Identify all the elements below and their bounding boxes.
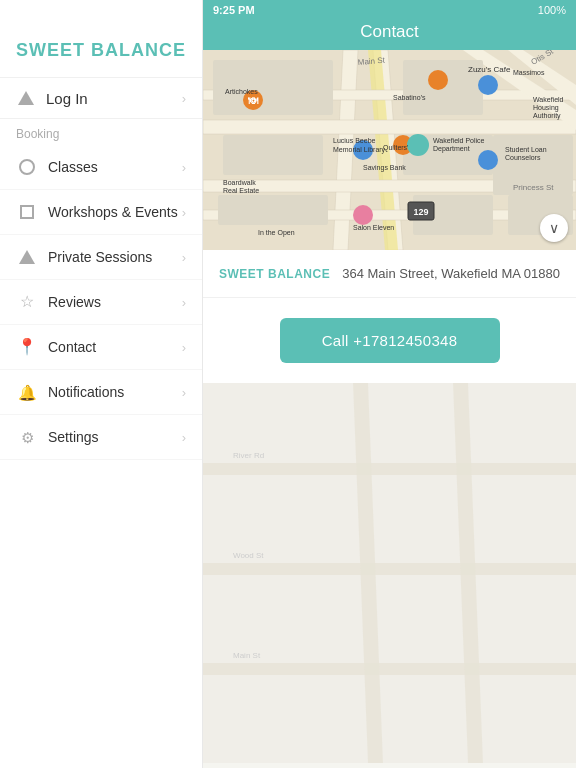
svg-text:Counselors: Counselors <box>505 154 541 161</box>
status-right: 100% <box>538 4 566 16</box>
svg-text:Main St: Main St <box>233 651 261 660</box>
classes-chevron: › <box>182 160 186 175</box>
call-button[interactable]: Call +17812450348 <box>280 318 500 363</box>
svg-rect-52 <box>203 463 576 475</box>
svg-text:Quilters': Quilters' <box>383 144 408 152</box>
svg-point-26 <box>353 205 373 225</box>
svg-text:Lucius Beebe: Lucius Beebe <box>333 137 376 144</box>
lower-map-svg: River Rd Wood St Main St <box>203 383 576 763</box>
svg-text:Artichokes: Artichokes <box>225 88 258 95</box>
private-label: Private Sessions <box>48 249 182 265</box>
chevron-down-icon: ∨ <box>549 220 559 236</box>
svg-rect-54 <box>203 663 576 675</box>
sidebar-item-contact[interactable]: 📍 Contact › <box>0 325 202 370</box>
svg-point-23 <box>478 75 498 95</box>
svg-rect-4 <box>203 120 576 134</box>
svg-text:Zuzu's Cafe: Zuzu's Cafe <box>468 65 511 74</box>
bell-icon: 🔔 <box>16 381 38 403</box>
booking-section-label: Booking <box>0 119 202 145</box>
reviews-chevron: › <box>182 295 186 310</box>
svg-text:Authority: Authority <box>533 112 561 120</box>
svg-text:Salon Eleven: Salon Eleven <box>353 224 394 231</box>
svg-point-25 <box>407 134 429 156</box>
svg-text:Massimos: Massimos <box>513 69 545 76</box>
svg-text:Savings Bank: Savings Bank <box>363 164 406 172</box>
sidebar-item-private[interactable]: Private Sessions › <box>0 235 202 280</box>
workshops-label: Workshops & Events <box>48 204 182 220</box>
star-icon: ☆ <box>16 291 38 313</box>
private-chevron: › <box>182 250 186 265</box>
sidebar-item-classes[interactable]: Classes › <box>0 145 202 190</box>
circle-icon <box>16 156 38 178</box>
login-label: Log In <box>46 90 182 107</box>
login-chevron: › <box>182 91 186 106</box>
notifications-chevron: › <box>182 385 186 400</box>
notifications-label: Notifications <box>48 384 182 400</box>
svg-text:In the Open: In the Open <box>258 229 295 237</box>
settings-label: Settings <box>48 429 182 445</box>
svg-point-24 <box>478 150 498 170</box>
svg-text:Boardwalk: Boardwalk <box>223 179 256 186</box>
settings-chevron: › <box>182 430 186 445</box>
login-icon <box>16 88 36 108</box>
reviews-label: Reviews <box>48 294 182 310</box>
contact-address: 364 Main Street, Wakefield MA 01880 <box>342 266 560 281</box>
svg-text:Real Estate: Real Estate <box>223 187 259 194</box>
contact-label: Contact <box>48 339 182 355</box>
sidebar-item-reviews[interactable]: ☆ Reviews › <box>0 280 202 325</box>
gear-icon: ⚙ <box>16 426 38 448</box>
svg-rect-53 <box>203 563 576 575</box>
svg-text:Sabatino's: Sabatino's <box>393 94 426 101</box>
svg-text:Princess St: Princess St <box>513 183 554 192</box>
svg-rect-11 <box>223 135 323 175</box>
sidebar-item-workshops[interactable]: Workshops & Events › <box>0 190 202 235</box>
sidebar-brand: SWEET BALANCE <box>0 0 202 77</box>
contact-brand: SWEET BALANCE <box>219 267 330 281</box>
svg-text:129: 129 <box>413 207 428 217</box>
map-container[interactable]: 🍽 129 Zuzu's Cafe Artichokes Quilte <box>203 50 576 250</box>
square-icon <box>16 201 38 223</box>
svg-text:Wood St: Wood St <box>233 551 264 560</box>
svg-text:🍽: 🍽 <box>248 95 259 106</box>
contact-chevron: › <box>182 340 186 355</box>
svg-text:Wakefield: Wakefield <box>533 96 564 103</box>
svg-text:River Rd: River Rd <box>233 451 264 460</box>
sidebar-item-settings[interactable]: ⚙ Settings › <box>0 415 202 460</box>
classes-label: Classes <box>48 159 182 175</box>
header-title: Contact <box>360 22 419 42</box>
map-svg: 🍽 129 Zuzu's Cafe Artichokes Quilte <box>203 50 576 250</box>
svg-text:Department: Department <box>433 145 470 153</box>
pin-icon: 📍 <box>16 336 38 358</box>
workshops-chevron: › <box>182 205 186 220</box>
status-time: 9:25 PM <box>213 4 255 16</box>
triangle-icon <box>16 246 38 268</box>
login-item[interactable]: Log In › <box>0 77 202 119</box>
svg-text:Memorial Library: Memorial Library <box>333 146 386 154</box>
svg-text:Wakefield Police: Wakefield Police <box>433 137 485 144</box>
map-collapse-button[interactable]: ∨ <box>540 214 568 242</box>
call-button-section: Call +17812450348 <box>203 298 576 383</box>
status-bar: 9:25 PM 100% <box>203 0 576 20</box>
battery-indicator: 100% <box>538 4 566 16</box>
lower-map: River Rd Wood St Main St <box>203 383 576 763</box>
sidebar: SWEET BALANCE Log In › Booking Classes ›… <box>0 0 203 768</box>
svg-point-20 <box>428 70 448 90</box>
contact-info-bar: SWEET BALANCE 364 Main Street, Wakefield… <box>203 250 576 298</box>
main-content: 🍽 129 Zuzu's Cafe Artichokes Quilte <box>203 50 576 768</box>
svg-text:Student Loan: Student Loan <box>505 146 547 153</box>
svg-text:Housing: Housing <box>533 104 559 112</box>
svg-rect-12 <box>218 195 328 225</box>
sidebar-item-notifications[interactable]: 🔔 Notifications › <box>0 370 202 415</box>
